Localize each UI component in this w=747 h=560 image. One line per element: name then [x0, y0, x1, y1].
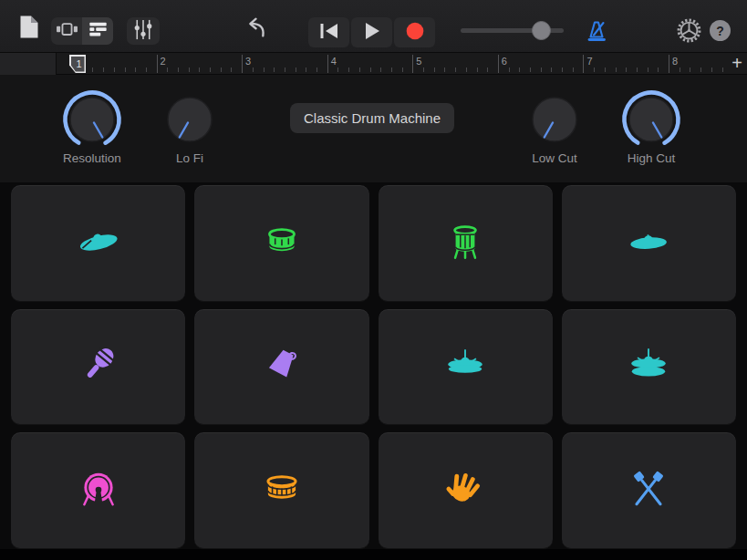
pad-hand-clap[interactable]: [379, 432, 553, 549]
ruler[interactable]: 2345678 1 +: [0, 53, 747, 75]
tracks-view-button[interactable]: [82, 17, 113, 45]
beat-tick: [380, 67, 381, 72]
beat-tick: [92, 67, 93, 72]
patch-select-button[interactable]: Classic Drum Machine: [290, 103, 454, 133]
beat-tick: [711, 67, 712, 72]
pad-snare-side[interactable]: [194, 432, 368, 549]
open-hihat-icon: [626, 342, 671, 391]
rewind-icon: [319, 23, 339, 43]
play-button[interactable]: [351, 17, 392, 47]
snare-side-icon: [259, 466, 305, 515]
beat-tick: [423, 67, 424, 72]
beat-tick: [637, 67, 638, 72]
beat-tick: [306, 67, 306, 72]
pad-floor-tom[interactable]: [379, 185, 553, 302]
lo-fi-knob[interactable]: [158, 88, 222, 151]
beat-tick: [189, 67, 190, 72]
beat-tick: [541, 67, 542, 72]
rewind-button[interactable]: [308, 17, 349, 47]
metronome-icon: [583, 32, 610, 47]
settings-icon: [676, 31, 702, 47]
volume-slider[interactable]: [461, 28, 564, 33]
play-icon: [364, 22, 380, 44]
pad-shaker[interactable]: [11, 309, 185, 426]
beat-tick: [135, 67, 136, 72]
live-loops-grid-icon: [55, 19, 79, 43]
high-cut-knob[interactable]: [619, 88, 683, 151]
clap-icon: [442, 466, 488, 515]
beat-tick: [253, 67, 254, 72]
track-controls-button[interactable]: [127, 17, 160, 45]
beat-tick: [466, 67, 467, 72]
beat-tick: [103, 67, 104, 72]
measure-line: [412, 55, 413, 73]
beat-tick: [477, 67, 478, 72]
beat-tick: [509, 67, 510, 72]
live-loops-grid-button[interactable]: [51, 17, 82, 45]
volume-slider-thumb[interactable]: [532, 21, 551, 40]
pad-drumsticks[interactable]: [562, 432, 736, 549]
measure-number: 3: [245, 56, 251, 67]
beat-tick: [690, 67, 690, 72]
beat-tick: [359, 67, 360, 72]
garageband-drum-machine-screen: ? 2345678 1 + Resolution Lo Fi: [0, 0, 747, 560]
beat-tick: [348, 67, 349, 72]
settings-button[interactable]: [676, 17, 702, 47]
beat-tick: [530, 67, 531, 72]
beat-tick: [178, 67, 179, 72]
beat-tick: [605, 67, 606, 72]
beat-tick: [562, 67, 563, 72]
beat-tick: [125, 67, 126, 72]
pad-snare-drum[interactable]: [194, 185, 368, 302]
beat-tick: [680, 67, 680, 72]
beat-tick: [573, 67, 574, 72]
beat-tick: [722, 67, 723, 72]
instrument-controls: Resolution Lo Fi Low Cut High Cut Classi…: [0, 75, 747, 182]
tracks-view-icon: [87, 19, 109, 43]
transport-controls: [308, 17, 435, 47]
playhead-marker[interactable]: 1: [69, 55, 86, 73]
beat-tick: [370, 67, 371, 72]
ruler-header: [0, 53, 57, 75]
closed-hihat-icon: [442, 342, 488, 391]
resolution-knob[interactable]: [60, 88, 124, 151]
metronome-button[interactable]: [583, 17, 610, 48]
measure-line: [498, 55, 499, 73]
pad-kick-drum[interactable]: [11, 432, 185, 549]
record-button[interactable]: [394, 17, 435, 47]
snare-front-icon: [259, 219, 305, 268]
pad-ride-cymbal[interactable]: [11, 185, 185, 302]
beat-tick: [114, 67, 115, 72]
beat-tick: [658, 67, 659, 72]
beat-tick: [402, 67, 403, 72]
document-icon: [18, 26, 40, 42]
undo-button[interactable]: [242, 15, 267, 44]
beat-tick: [167, 67, 168, 72]
cowbell-icon: [259, 342, 305, 391]
floor-tom-icon: [442, 219, 488, 268]
beat-tick: [444, 67, 445, 72]
measure-line: [669, 55, 669, 73]
knob-label: High Cut: [587, 151, 715, 165]
beat-tick: [285, 67, 285, 72]
beat-tick: [391, 67, 392, 72]
beat-tick: [616, 67, 617, 72]
beat-tick: [231, 67, 232, 72]
low-cut-knob[interactable]: [523, 88, 586, 151]
playhead-measure-number: 1: [71, 57, 85, 72]
beat-tick: [316, 67, 317, 72]
pad-crash-cymbal[interactable]: [562, 185, 736, 302]
measure-line: [583, 55, 584, 73]
beat-tick: [648, 67, 648, 72]
track-controls-icon: [132, 18, 154, 45]
beat-tick: [434, 67, 435, 72]
my-songs-button[interactable]: [18, 15, 40, 43]
pad-hi-hat-closed[interactable]: [379, 309, 553, 426]
pad-cowbell[interactable]: [194, 309, 368, 426]
beat-tick: [221, 67, 222, 72]
help-button[interactable]: ?: [710, 20, 731, 41]
add-measures-button[interactable]: +: [731, 53, 742, 75]
pad-hi-hat-open[interactable]: [562, 309, 736, 426]
measure-line: [157, 55, 158, 73]
measure-number: 5: [416, 56, 421, 67]
